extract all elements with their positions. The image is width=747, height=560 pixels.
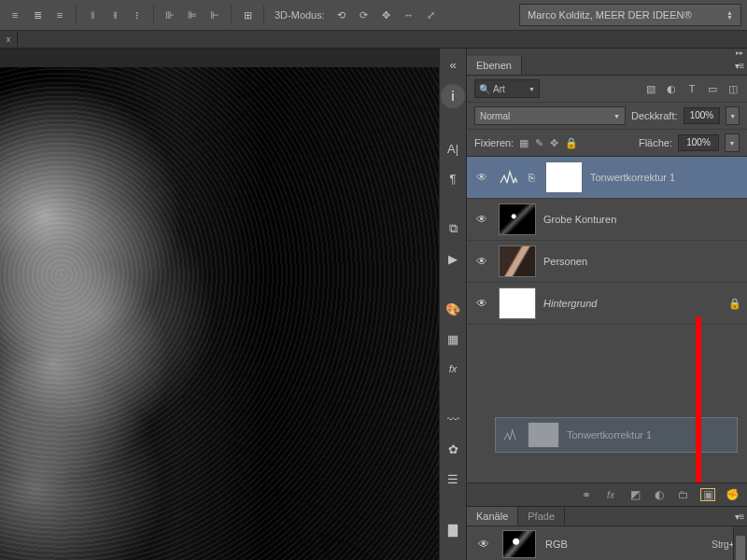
lock-move-icon[interactable]: ✥ xyxy=(550,137,558,149)
align-center-icon[interactable]: ≣ xyxy=(28,6,47,24)
panel-menu-button[interactable]: ▾≡ xyxy=(732,511,747,522)
panels-column: ▸▸ Ebenen ▾≡ 🔍 Art ▼ ▧ ◐ T ▭ ◫ Normal ▼ xyxy=(466,49,747,560)
swatches-panel-icon[interactable]: 🎨 xyxy=(443,299,463,319)
toolpresets-panel-icon[interactable]: ✿ xyxy=(443,439,463,459)
align-left-icon[interactable]: ≡ xyxy=(6,6,24,24)
mode-3d-label: 3D-Modus: xyxy=(271,9,329,21)
channels-panel: Kanäle Pfade ▾≡ 👁 RGB Strg+2 xyxy=(467,506,747,560)
layer-name[interactable]: Grobe Konturen xyxy=(543,214,741,225)
options-bar: ≡ ≣ ≡ ⫴ ⫵ ⫶ ⊪ ⊫ ⊩ ⊞ 3D-Modus: ⟲ ⟳ ✥ ↔ ⤢ … xyxy=(0,0,747,31)
align-right-icon[interactable]: ≡ xyxy=(50,6,69,24)
close-icon: x xyxy=(7,35,11,44)
chevron-down-icon: ▼ xyxy=(529,86,535,92)
channel-row-rgb[interactable]: 👁 RGB Strg+2 xyxy=(467,526,747,560)
link-layers-icon[interactable]: ⚭ xyxy=(579,488,594,501)
filter-pixel-icon[interactable]: ▧ xyxy=(644,82,657,95)
distribute-vcenter-icon[interactable]: ⫵ xyxy=(106,6,124,24)
orbit-3d-icon[interactable]: ⟲ xyxy=(332,6,351,24)
workspace-switcher[interactable]: Marco Kolditz, MEER DER IDEEN® ▲▼ xyxy=(519,4,741,26)
lock-transparent-icon[interactable]: ▦ xyxy=(519,137,529,149)
auto-align-icon[interactable]: ⊞ xyxy=(238,6,257,24)
scrollbar-thumb[interactable] xyxy=(736,536,745,560)
new-layer-icon[interactable]: ▣ xyxy=(700,488,715,501)
tab-layers[interactable]: Ebenen xyxy=(467,56,522,75)
lock-all-icon[interactable]: 🔒 xyxy=(565,137,578,149)
panel-scrollbar[interactable] xyxy=(733,526,747,560)
layer-filter-row: 🔍 Art ▼ ▧ ◐ T ▭ ◫ xyxy=(467,76,747,103)
layer-name[interactable]: Personen xyxy=(543,256,741,267)
layer-blend-row: Normal ▼ Deckkraft: 100% ▼ xyxy=(467,103,747,130)
visibility-toggle[interactable]: 👁 xyxy=(472,171,491,184)
paragraph-panel-icon[interactable]: ¶ xyxy=(443,168,463,189)
annotation-arrow xyxy=(689,317,708,483)
styles-panel-icon[interactable]: ▦ xyxy=(443,329,463,349)
filter-adjust-icon[interactable]: ◐ xyxy=(665,82,678,95)
brush-panel-icon[interactable]: 〰 xyxy=(443,409,463,429)
visibility-toggle[interactable]: 👁 xyxy=(472,255,491,268)
layer-row[interactable]: 👁 Hintergrund 🔒 xyxy=(467,283,747,325)
layer-mask-thumb[interactable] xyxy=(545,161,583,193)
new-fill-adjust-icon[interactable]: ◐ xyxy=(652,488,667,501)
blend-mode-select[interactable]: Normal ▼ xyxy=(474,106,626,125)
document-tab-bar: x xyxy=(0,31,747,49)
properties-panel-icon[interactable]: ☰ xyxy=(443,469,463,489)
layer-thumb[interactable] xyxy=(499,287,536,319)
add-mask-icon[interactable]: ◩ xyxy=(627,488,642,501)
filter-smart-icon[interactable]: ◫ xyxy=(726,82,740,95)
layer-name[interactable]: Tonwertkorrektur 1 xyxy=(590,172,741,183)
slide-3d-icon[interactable]: ↔ xyxy=(400,6,418,24)
distribute-top-icon[interactable]: ⫴ xyxy=(83,6,102,24)
filter-shape-icon[interactable]: ▭ xyxy=(706,82,719,95)
document-close-button[interactable]: x xyxy=(0,32,18,47)
visibility-toggle[interactable]: 👁 xyxy=(472,297,491,310)
visibility-toggle[interactable]: 👁 xyxy=(472,213,491,226)
tab-channels[interactable]: Kanäle xyxy=(467,507,518,525)
layer-filter-kind[interactable]: 🔍 Art ▼ xyxy=(474,79,540,98)
new-group-icon[interactable]: 🗀 xyxy=(676,488,691,501)
character-panel-icon[interactable]: A| xyxy=(443,138,463,159)
fx-panel-icon[interactable]: fx xyxy=(443,358,463,379)
layer-thumb[interactable] xyxy=(499,203,536,235)
layer-filter-icons: ▧ ◐ T ▭ ◫ xyxy=(644,82,740,95)
layers-panel-footer: ⚭ fx ◩ ◐ 🗀 ▣ ✊ xyxy=(467,483,747,506)
drag-ghost-layer: Tonwertkorrektur 1 xyxy=(495,417,738,453)
layer-thumb[interactable] xyxy=(499,245,536,277)
lock-icon: 🔒 xyxy=(728,298,741,310)
distribute-bottom-icon[interactable]: ⫶ xyxy=(128,6,147,24)
actions-play-icon[interactable]: ▶ xyxy=(443,248,463,269)
lock-icons: ▦ ✎ ✥ 🔒 xyxy=(519,137,578,149)
info-panel-icon[interactable]: i xyxy=(441,84,465,108)
panel-menu-button[interactable]: ▾≡ xyxy=(732,61,747,71)
distribute-left-icon[interactable]: ⊪ xyxy=(161,6,179,24)
distribute-right-icon[interactable]: ⊩ xyxy=(205,6,224,24)
grab-cursor-icon: ✊ xyxy=(725,488,740,501)
canvas-area[interactable] xyxy=(0,49,439,560)
histogram-panel-icon[interactable]: ▇ xyxy=(443,519,463,539)
collapse-arrow-icon[interactable]: « xyxy=(443,54,463,75)
fill-slider-button[interactable]: ▼ xyxy=(725,133,740,152)
separator xyxy=(263,6,264,24)
layer-row[interactable]: 👁 Personen xyxy=(467,241,747,283)
scale-3d-icon[interactable]: ⤢ xyxy=(422,6,441,24)
clone-source-icon[interactable]: ⧉ xyxy=(443,218,463,239)
chevron-down-icon: ▼ xyxy=(613,113,620,119)
opacity-slider-button[interactable]: ▼ xyxy=(726,106,740,125)
layer-row[interactable]: 👁 ⎘ Tonwertkorrektur 1 xyxy=(467,157,747,199)
opacity-field[interactable]: 100% xyxy=(684,107,721,124)
roll-3d-icon[interactable]: ⟳ xyxy=(355,6,374,24)
panel-collapse-bar[interactable]: ▸▸ xyxy=(467,49,747,56)
layer-name[interactable]: Hintergrund xyxy=(543,298,721,309)
mask-link-icon[interactable]: ⎘ xyxy=(525,172,538,183)
tab-paths[interactable]: Pfade xyxy=(518,507,565,525)
lock-label: Fixieren: xyxy=(474,137,514,148)
filter-type-icon[interactable]: T xyxy=(685,82,698,95)
visibility-toggle[interactable]: 👁 xyxy=(474,538,493,551)
fill-field[interactable]: 100% xyxy=(678,134,719,151)
lock-paint-icon[interactable]: ✎ xyxy=(535,137,543,149)
layer-row[interactable]: 👁 Grobe Konturen xyxy=(467,199,747,241)
pan-3d-icon[interactable]: ✥ xyxy=(377,6,396,24)
search-icon: 🔍 xyxy=(479,84,490,94)
separator xyxy=(153,6,154,24)
fx-icon[interactable]: fx xyxy=(603,490,618,500)
distribute-hcenter-icon[interactable]: ⊫ xyxy=(183,6,202,24)
